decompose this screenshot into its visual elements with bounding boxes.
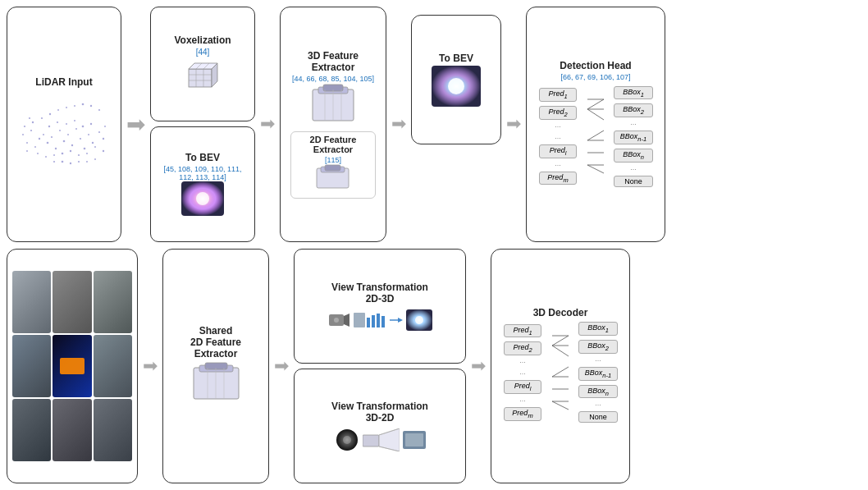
svg-point-12 xyxy=(84,148,86,150)
bboxn: BBoxn xyxy=(614,149,653,163)
svg-point-1 xyxy=(43,134,44,135)
svg-point-29 xyxy=(98,131,100,133)
shared-feat-title: Shared 2D Feature Extractor xyxy=(190,325,241,359)
svg-point-18 xyxy=(53,154,55,156)
lidar-pointcloud-icon xyxy=(15,89,113,172)
svg-point-52 xyxy=(26,150,28,152)
svg-point-0 xyxy=(39,138,40,140)
svg-point-5 xyxy=(55,148,57,149)
2d3d-arrow xyxy=(390,316,403,324)
svg-line-81 xyxy=(587,131,604,140)
view-3d2d-content xyxy=(335,428,426,451)
svg-point-37 xyxy=(62,161,64,163)
svg-point-32 xyxy=(41,117,43,119)
svg-line-80 xyxy=(587,109,604,120)
svg-line-78 xyxy=(587,99,604,109)
feat3d-refs: [44, 66, 68, 85, 104, 105] xyxy=(292,75,374,83)
svg-point-42 xyxy=(82,103,85,106)
feat3d-title: 3D Feature Extractor xyxy=(286,50,381,73)
svg-point-105 xyxy=(343,436,351,444)
decoder3d-title: 3D Decoder xyxy=(533,307,588,318)
camera-input-box xyxy=(7,249,138,484)
svg-point-38 xyxy=(66,107,67,108)
svg-point-2 xyxy=(47,142,49,144)
bbox-dots1: ··· xyxy=(630,120,637,128)
dec-bboxn: BBoxn xyxy=(578,385,618,399)
svg-point-53 xyxy=(29,117,30,119)
svg-point-44 xyxy=(90,105,92,107)
svg-rect-111 xyxy=(405,433,423,446)
cam-cell-4 xyxy=(12,335,51,397)
tobev-bottom-title: To BEV xyxy=(185,152,220,163)
svg-point-14 xyxy=(92,142,94,144)
svg-point-16 xyxy=(26,142,28,144)
dec-pred1: Pred1 xyxy=(504,324,541,338)
svg-point-15 xyxy=(30,130,32,131)
view-2d3d-content xyxy=(327,309,432,331)
pred-bbox-area: Pred1 Pred2 ··· ··· Predl ··· Predm xyxy=(532,85,660,189)
svg-rect-97 xyxy=(372,315,375,327)
bbox2: BBox2 xyxy=(614,103,653,117)
svg-point-48 xyxy=(22,134,24,135)
cam-cell-center xyxy=(53,335,91,397)
voxelization-title: Voxelization xyxy=(174,34,231,46)
arrow-feat-to-tobev: ➡ xyxy=(391,113,406,135)
svg-rect-95 xyxy=(354,313,365,327)
svg-point-6 xyxy=(59,130,61,131)
tobev-top-icon xyxy=(432,66,481,107)
svg-point-41 xyxy=(78,161,80,163)
3d2d-source-icon xyxy=(335,428,359,451)
3d2d-projection-icon xyxy=(363,428,400,451)
view-2d3d-box: View Transformation 2D-3D xyxy=(294,249,466,364)
svg-point-94 xyxy=(334,318,339,323)
pred-dots2: ··· xyxy=(555,134,561,142)
svg-point-3 xyxy=(34,146,36,148)
svg-point-23 xyxy=(74,120,75,121)
svg-marker-93 xyxy=(344,314,349,327)
svg-line-113 xyxy=(552,336,569,346)
detection-head-title: Detection Head xyxy=(560,60,631,71)
arrow-shared-to-view: ➡ xyxy=(274,355,289,377)
view-2d3d-title: View Transformation 2D-3D xyxy=(331,282,428,305)
svg-point-25 xyxy=(82,126,85,128)
dec-bboxn1: BBoxn-1 xyxy=(578,367,618,381)
view-3d2d-box: View Transformation 3D-2D xyxy=(294,369,466,483)
pred1: Pred1 xyxy=(539,88,577,102)
dec-predm: Predm xyxy=(504,407,541,421)
voxelization-refs: [44] xyxy=(196,48,210,57)
feat2d-layers-icon xyxy=(314,164,351,193)
feat3d-layers-icon xyxy=(308,83,358,128)
camera-grid xyxy=(12,271,132,461)
arrow-lidar-to-vox: ➡ xyxy=(126,111,145,138)
pred-dots1: ··· xyxy=(555,122,561,131)
bbox-dots2: ··· xyxy=(630,165,637,173)
bbox1: BBox1 xyxy=(614,86,653,100)
svg-point-51 xyxy=(103,150,104,152)
camera-icon xyxy=(327,311,350,329)
svg-point-30 xyxy=(32,121,34,123)
shared-feat-box: Shared 2D Feature Extractor xyxy=(162,249,269,484)
svg-point-26 xyxy=(86,153,88,154)
feat2d-subbox: 2D Feature Extractor [115] xyxy=(290,131,376,199)
svg-line-116 xyxy=(552,367,569,377)
lidar-title: LiDAR Input xyxy=(35,76,92,88)
pred-bbox-lines xyxy=(587,91,604,181)
cam-cell-8 xyxy=(53,399,91,461)
arrow-tobev-to-detect: ➡ xyxy=(506,113,521,135)
dec-bbox1: BBox1 xyxy=(578,322,618,336)
feat2d-title: 2D Feature Extractor xyxy=(296,135,370,154)
dec-pred2: Pred2 xyxy=(504,341,541,355)
svg-line-115 xyxy=(552,346,569,356)
svg-point-36 xyxy=(57,109,59,111)
svg-point-22 xyxy=(70,150,71,152)
tobev-top-title: To BEV xyxy=(439,53,473,64)
voxel-cube-icon xyxy=(180,57,226,94)
decoder3d-box: 3D Decoder Pred1 Pred2 ··· ··· Predl ···… xyxy=(491,249,630,484)
svg-rect-99 xyxy=(381,316,385,327)
dec-predl: Predl xyxy=(504,380,541,394)
svg-rect-96 xyxy=(367,318,370,327)
svg-point-33 xyxy=(45,156,47,158)
decoder-pred-col: Pred1 Pred2 ··· ··· Predl ··· Predm xyxy=(500,324,546,421)
svg-marker-101 xyxy=(398,318,403,323)
svg-point-28 xyxy=(94,146,96,148)
